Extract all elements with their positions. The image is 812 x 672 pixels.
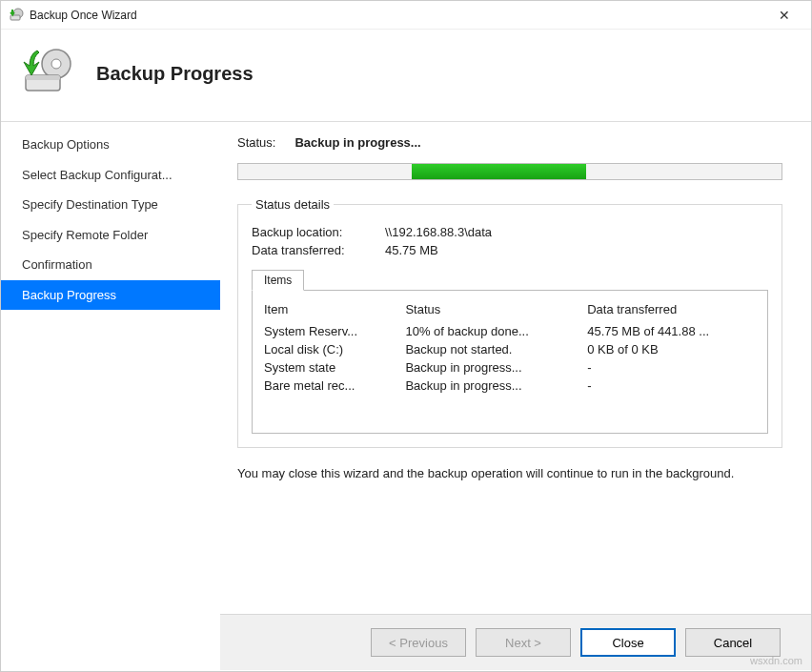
data-transferred-value: 45.75 MB — [385, 243, 438, 257]
cell-item: System Reserv... — [258, 322, 399, 340]
items-table: Item Status Data transferred System Rese… — [258, 298, 761, 395]
cell-item: Bare metal rec... — [258, 377, 399, 395]
cell-status: Backup not started. — [399, 340, 581, 358]
footer-note: You may close this wizard and the backup… — [237, 465, 782, 482]
status-value: Backup in progress... — [294, 135, 420, 150]
cancel-button[interactable]: Cancel — [685, 628, 781, 657]
window-title: Backup Once Wizard — [30, 9, 765, 22]
sidebar-step-backup-progress[interactable]: Backup Progress — [1, 280, 220, 311]
wizard-header: Backup Progress — [1, 30, 811, 122]
details-tabs: Items Item Status Data transferred — [252, 269, 768, 434]
sidebar-step-backup-options[interactable]: Backup Options — [1, 130, 220, 160]
cell-transferred: - — [581, 358, 761, 377]
items-table-container: Item Status Data transferred System Rese… — [252, 290, 768, 434]
col-item[interactable]: Item — [258, 298, 399, 322]
backup-location-row: Backup location: \\192.168.88.3\data — [252, 225, 768, 239]
cell-transferred: - — [581, 377, 761, 395]
wizard-steps-sidebar: Backup Options Select Backup Configurat.… — [1, 122, 220, 670]
previous-button: < Previous — [371, 628, 466, 657]
status-details-legend: Status details — [252, 197, 334, 212]
cell-item: Local disk (C:) — [258, 340, 399, 358]
svg-point-3 — [51, 59, 61, 69]
next-button: Next > — [476, 628, 571, 657]
svg-rect-1 — [10, 15, 20, 20]
app-icon — [9, 8, 24, 23]
table-row[interactable]: System state Backup in progress... - — [258, 358, 761, 377]
content-area: Backup Options Select Backup Configurat.… — [1, 122, 811, 670]
status-line: Status: Backup in progress... — [237, 135, 782, 150]
page-heading: Backup Progress — [96, 63, 254, 85]
data-transferred-row: Data transferred: 45.75 MB — [252, 243, 768, 257]
close-icon[interactable]: ✕ — [765, 1, 803, 30]
col-data-transferred[interactable]: Data transferred — [581, 298, 761, 322]
button-row: < Previous Next > Close Cancel — [220, 614, 811, 670]
main-panel: Status: Backup in progress... Status det… — [220, 122, 811, 670]
data-transferred-label: Data transferred: — [252, 243, 385, 257]
sidebar-step-select-backup-config[interactable]: Select Backup Configurat... — [1, 160, 220, 191]
tab-items[interactable]: Items — [252, 270, 304, 291]
watermark: wsxdn.com — [750, 655, 802, 666]
titlebar: Backup Once Wizard ✕ — [1, 1, 811, 30]
col-status[interactable]: Status — [399, 298, 581, 322]
table-row[interactable]: System Reserv... 10% of backup done... 4… — [258, 322, 761, 340]
backup-location-value: \\192.168.88.3\data — [385, 225, 492, 239]
cell-status: Backup in progress... — [399, 377, 581, 395]
cell-item: System state — [258, 358, 399, 377]
close-button[interactable]: Close — [580, 628, 676, 657]
table-row[interactable]: Local disk (C:) Backup not started. 0 KB… — [258, 340, 761, 358]
sidebar-step-specify-remote-folder[interactable]: Specify Remote Folder — [1, 220, 220, 251]
status-label: Status: — [237, 135, 275, 150]
backup-icon — [20, 47, 73, 100]
cell-transferred: 0 KB of 0 KB — [581, 340, 761, 358]
table-row[interactable]: Bare metal rec... Backup in progress... … — [258, 377, 761, 395]
table-header-row: Item Status Data transferred — [258, 298, 761, 322]
backup-location-label: Backup location: — [252, 225, 385, 239]
cell-transferred: 45.75 MB of 441.88 ... — [581, 322, 761, 340]
sidebar-step-confirmation[interactable]: Confirmation — [1, 250, 220, 280]
progress-fill — [412, 164, 585, 179]
cell-status: 10% of backup done... — [399, 322, 581, 340]
cell-status: Backup in progress... — [399, 358, 581, 377]
status-details-group: Status details Backup location: \\192.16… — [237, 197, 782, 448]
svg-rect-5 — [26, 75, 60, 80]
progress-bar — [237, 163, 782, 180]
sidebar-step-specify-destination-type[interactable]: Specify Destination Type — [1, 190, 220, 220]
